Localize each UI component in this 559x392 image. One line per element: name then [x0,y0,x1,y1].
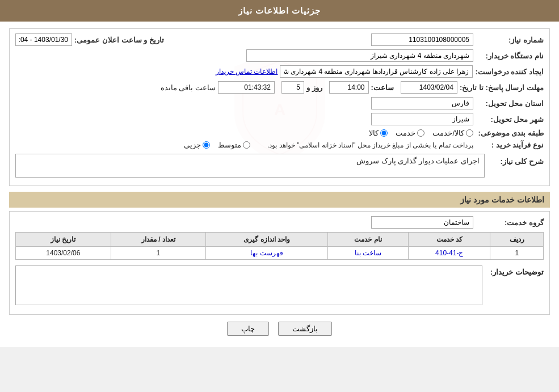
service-group-row: گروه خدمت: [15,216,544,229]
radio-jozvi-input[interactable] [203,141,210,149]
cell-row-num: 1 [490,247,544,260]
province-row: استان محل تحویل: [15,97,544,109]
page-header: جزئیات اطلاعات نیاز [0,0,559,22]
buttons-row: بازگشت چاپ [9,322,550,336]
services-table-wrapper: ردیف کد خدمت نام خدمت واحد اندازه گیری ت… [15,232,544,260]
radio-jozvi[interactable]: جزیی [184,141,210,149]
description-label: شرح کلی نیاز: [487,154,544,166]
radio-kala[interactable]: کالا [369,129,388,137]
radio-mottaset-label: متوسط [218,141,241,149]
back-button[interactable]: بازگشت [278,322,332,336]
main-form-section: A شماره نیاز: تاریخ و ساعت اعلان عمومی: … [9,28,550,186]
deadline-date-input [401,81,457,94]
org-name-label: نام دستگاه خریدار: [476,52,544,60]
need-number-label: شماره نیاز: [476,36,544,44]
need-number-input [371,33,473,46]
city-row: شهر محل تحویل: [15,113,544,125]
radio-khedmat-input[interactable] [417,129,424,137]
description-row: شرح کلی نیاز: اجرای عملیات دیوار گذاری پ… [15,154,544,178]
cell-service-code: ج-41-410 [409,247,490,260]
services-table: ردیف کد خدمت نام خدمت واحد اندازه گیری ت… [15,232,544,260]
org-name-input [246,49,473,62]
radio-kala-khedmat-label: کالا/خدمت [432,129,464,137]
buyer-notes-textarea[interactable] [15,265,482,305]
deadline-label: مهلت ارسال پاسخ: تا تاریخ: [460,83,544,92]
cell-unit: فهرست بها [206,247,328,260]
city-label: شهر محل تحویل: [476,115,544,124]
creator-input [280,65,473,78]
purchase-type-radio-group: پرداخت تمام یا بخشی از مبلغ خریداز محل "… [184,141,473,149]
province-label: استان محل تحویل: [476,99,544,108]
category-radio-group: کالا/خدمت خدمت کالا [369,129,473,137]
radio-kala-khedmat[interactable]: کالا/خدمت [432,129,473,137]
need-number-row: شماره نیاز: تاریخ و ساعت اعلان عمومی: [15,33,544,46]
radio-kala-input[interactable] [380,129,388,137]
radio-kala-khedmat-input[interactable] [466,129,473,137]
col-service-code: کد خدمت [409,233,490,247]
radio-khedmat[interactable]: خدمت [396,129,424,137]
cell-service-name: ساخت بنا [327,247,408,260]
org-name-row: نام دستگاه خریدار: [15,49,544,62]
creator-label: ایجاد کننده درخواست: [475,68,544,76]
deadline-time-label: ساعت: [371,83,394,92]
deadline-time-input [329,81,369,94]
purchase-type-row: نوع فرآیند خرید : پرداخت تمام یا بخشی از… [15,141,544,149]
purchase-note: پرداخت تمام یا بخشی از مبلغ خریداز محل "… [267,141,473,149]
deadline-day-label: روز و [306,83,322,92]
province-input [371,97,473,109]
service-group-label: گروه خدمت: [476,218,544,227]
radio-mottaset-input[interactable] [243,141,250,149]
buyer-notes-section: توضیحات خریدار: [15,265,544,305]
col-unit: واحد اندازه گیری [206,233,328,247]
category-row: طبقه بندی موضوعی: کالا/خدمت خدمت کالا [15,129,544,137]
radio-khedmat-label: خدمت [396,129,415,137]
radio-mottaset[interactable]: متوسط [218,141,250,149]
creator-row: ایجاد کننده درخواست: اطلاعات تماس خریدار [15,65,544,78]
print-button[interactable]: چاپ [227,322,269,336]
table-row: 1 ج-41-410 ساخت بنا فهرست بها 1 1403/02/… [16,247,544,260]
announcement-date-input [15,33,72,46]
col-date: تاریخ نیاز [16,233,111,247]
purchase-type-label: نوع فرآیند خرید : [476,141,544,149]
deadline-row: مهلت ارسال پاسخ: تا تاریخ: ساعت: روز و س… [15,81,544,94]
description-box: اجرای عملیات دیوار گذاری پارک سروش [15,154,485,178]
services-section: گروه خدمت: ردیف کد خدمت نام خدمت واحد ان… [9,211,550,315]
category-label: طبقه بندی موضوعی: [476,129,544,137]
description-value: اجرای عملیات دیوار گذاری پارک سروش [356,157,480,165]
city-input [371,113,473,125]
buyer-notes-label: توضیحات خریدار: [487,265,544,276]
announcement-date-label: تاریخ و ساعت اعلان عمومی: [74,36,164,44]
radio-jozvi-label: جزیی [184,141,201,149]
page-title: جزئیات اطلاعات نیاز [238,6,321,15]
deadline-remaining-label: ساعت باقی مانده [161,83,216,92]
col-quantity: تعداد / مقدار [111,233,206,247]
services-section-title: اطلاعات خدمات مورد نیاز [9,192,550,208]
col-row-num: ردیف [490,233,544,247]
deadline-days-input [281,81,304,94]
cell-quantity: 1 [111,247,206,260]
radio-kala-label: کالا [369,129,379,137]
cell-date: 1403/02/06 [16,247,111,260]
creator-contact-link[interactable]: اطلاعات تماس خریدار [216,68,278,75]
service-group-input [371,216,473,229]
col-service-name: نام خدمت [327,233,408,247]
deadline-remaining-input [218,81,275,94]
